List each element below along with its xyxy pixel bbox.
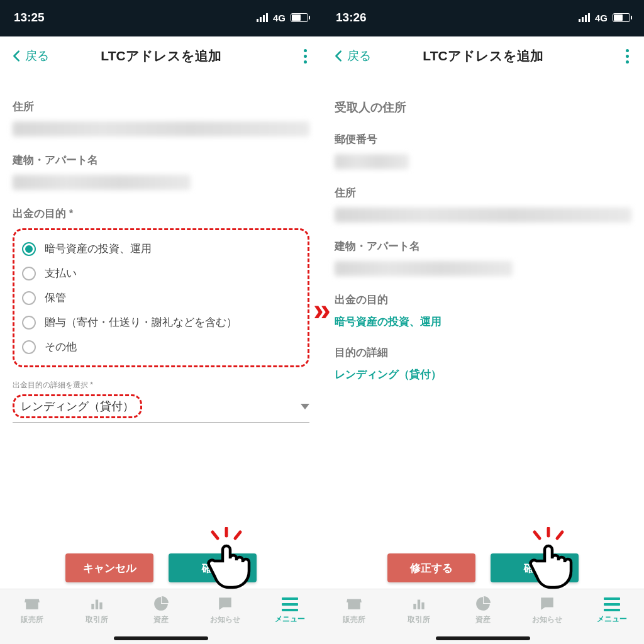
- radio-icon: [22, 291, 36, 305]
- back-button[interactable]: 戻る: [332, 48, 371, 64]
- tab-menu[interactable]: メニュー: [580, 596, 644, 625]
- label-address: 住所: [335, 186, 631, 200]
- svg-rect-11: [421, 602, 424, 609]
- battery-icon: [291, 13, 308, 22]
- redacted-value: [13, 121, 309, 136]
- pie-chart-icon: [475, 596, 491, 612]
- overflow-menu-button[interactable]: [621, 44, 634, 69]
- edit-button[interactable]: 修正する: [387, 553, 475, 582]
- bottom-tab-bar: 販売所 取引所 資産 お知らせ メニュー: [322, 589, 644, 644]
- label-postal: 郵便番号: [335, 132, 631, 147]
- label-purpose: 出金の目的 *: [13, 206, 309, 221]
- battery-icon: [613, 13, 630, 22]
- radio-icon: [22, 242, 36, 256]
- label-building: 建物・アパート名: [13, 153, 309, 167]
- home-indicator: [114, 636, 208, 640]
- chart-bar-icon: [411, 596, 427, 612]
- shop-icon: [346, 596, 362, 612]
- chevron-left-icon: [10, 49, 24, 63]
- radio-option-4[interactable]: その他: [18, 335, 304, 359]
- chart-bar-icon: [89, 596, 105, 612]
- shop-icon: [24, 596, 40, 612]
- status-bar: 13:25 4G: [0, 0, 322, 36]
- tab-exchange[interactable]: 取引所: [64, 596, 128, 625]
- redacted-value: [335, 208, 631, 223]
- chevron-down-icon: [301, 404, 309, 409]
- cancel-button[interactable]: キャンセル: [65, 553, 153, 582]
- button-row: 修正する 確定: [322, 540, 644, 589]
- submit-button[interactable]: 確定: [491, 553, 579, 582]
- label-building: 建物・アパート名: [335, 239, 631, 253]
- tab-exchange[interactable]: 取引所: [386, 596, 450, 625]
- dropdown-value: レンディング（貸付）: [13, 394, 142, 418]
- pie-chart-icon: [153, 596, 169, 612]
- bottom-tab-bar: 販売所 取引所 資産 お知らせ メニュー: [0, 589, 322, 644]
- radio-label: 支払い: [45, 266, 77, 280]
- back-label: 戻る: [347, 48, 371, 64]
- label-address: 住所: [13, 99, 309, 114]
- label-purpose-detail: 出金目的の詳細を選択 *: [13, 380, 309, 391]
- message-icon: [217, 596, 233, 612]
- radio-option-3[interactable]: 贈与（寄付・仕送り・謝礼などを含む）: [18, 310, 304, 335]
- svg-rect-9: [413, 604, 416, 609]
- redacted-value: [335, 154, 409, 169]
- value-purpose: 暗号資産の投資、運用: [335, 314, 631, 329]
- svg-rect-3: [91, 604, 94, 609]
- label-detail: 目的の詳細: [335, 345, 631, 360]
- tab-shop[interactable]: 販売所: [0, 596, 64, 625]
- content-area: 受取人の住所 郵便番号 住所 建物・アパート名 出金の目的 暗号資産の投資、運用…: [322, 75, 644, 540]
- tab-notice[interactable]: お知らせ: [515, 596, 579, 625]
- radio-label: 暗号資産の投資、運用: [45, 242, 152, 256]
- status-time: 13:26: [336, 11, 367, 25]
- radio-icon: [22, 340, 36, 354]
- overflow-menu-button[interactable]: [299, 44, 312, 69]
- label-purpose: 出金の目的: [335, 292, 631, 307]
- content-area: 住所 建物・アパート名 出金の目的 * 暗号資産の投資、運用 支払い 保管 贈与…: [0, 75, 322, 540]
- tab-menu[interactable]: メニュー: [258, 596, 322, 625]
- svg-rect-5: [99, 602, 102, 609]
- label-recipient-address: 受取人の住所: [335, 99, 631, 116]
- tab-notice[interactable]: お知らせ: [193, 596, 257, 625]
- confirm-button[interactable]: 確認: [169, 553, 257, 582]
- tab-assets[interactable]: 資産: [129, 596, 193, 625]
- radio-option-0[interactable]: 暗号資産の投資、運用: [18, 236, 304, 261]
- radio-option-1[interactable]: 支払い: [18, 261, 304, 286]
- status-bar: 13:26 4G: [322, 0, 644, 36]
- radio-label: 保管: [45, 291, 66, 305]
- status-time: 13:25: [14, 11, 45, 25]
- header: 戻る LTCアドレスを追加: [322, 36, 644, 75]
- network-label: 4G: [273, 13, 286, 23]
- radio-icon: [22, 316, 36, 330]
- menu-icon: [282, 597, 298, 611]
- radio-label: その他: [45, 340, 77, 354]
- transition-arrow: »: [313, 291, 331, 328]
- page-title: LTCアドレスを追加: [423, 47, 543, 65]
- back-button[interactable]: 戻る: [10, 48, 49, 64]
- value-detail: レンディング（貸付）: [335, 367, 631, 382]
- signal-icon: [257, 13, 268, 22]
- chevron-left-icon: [332, 49, 346, 63]
- page-title: LTCアドレスを追加: [101, 47, 221, 65]
- tab-shop[interactable]: 販売所: [322, 596, 386, 625]
- button-row: キャンセル 確認: [0, 540, 322, 589]
- svg-rect-4: [95, 600, 97, 609]
- tab-assets[interactable]: 資産: [451, 596, 515, 625]
- redacted-value: [335, 261, 513, 276]
- radio-option-2[interactable]: 保管: [18, 286, 304, 310]
- radio-icon: [22, 267, 36, 280]
- svg-rect-10: [417, 600, 419, 609]
- message-icon: [539, 596, 555, 612]
- header: 戻る LTCアドレスを追加: [0, 36, 322, 75]
- purpose-detail-dropdown[interactable]: レンディング（貸付）: [13, 391, 309, 423]
- signal-icon: [579, 13, 590, 22]
- menu-icon: [604, 597, 620, 611]
- phone-screen-right: 13:26 4G 戻る LTCアドレスを追加 受取人の住所 郵便番号 住所 建物…: [322, 0, 644, 644]
- network-label: 4G: [595, 13, 608, 23]
- radio-label: 贈与（寄付・仕送り・謝礼などを含む）: [45, 315, 237, 330]
- purpose-radio-group: 暗号資産の投資、運用 支払い 保管 贈与（寄付・仕送り・謝礼などを含む） その他: [13, 228, 309, 367]
- redacted-value: [13, 175, 191, 190]
- back-label: 戻る: [25, 48, 49, 64]
- phone-screen-left: 13:25 4G 戻る LTCアドレスを追加 住所 建物・アパート名 出金の目的…: [0, 0, 322, 644]
- home-indicator: [436, 636, 530, 640]
